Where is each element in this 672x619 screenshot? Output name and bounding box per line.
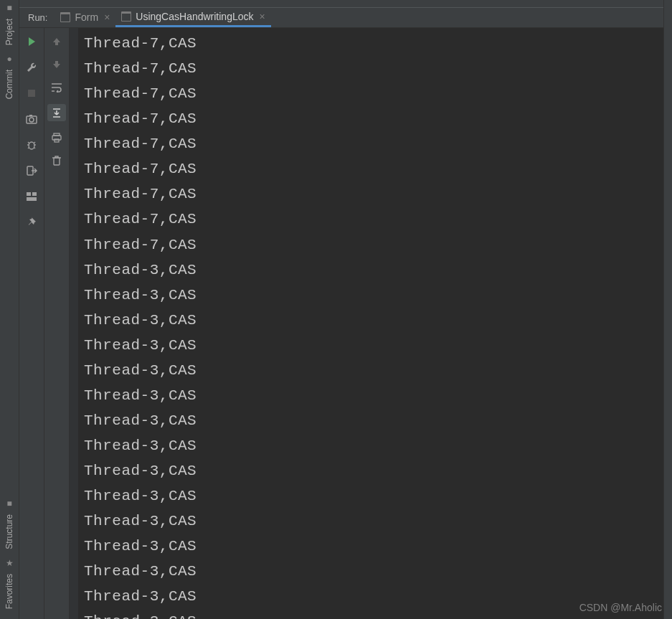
toolwindow-project[interactable]: Project xyxy=(4,19,14,45)
stop-icon[interactable] xyxy=(25,87,38,100)
svg-rect-3 xyxy=(29,115,32,116)
console-line: Thread-7,CAS xyxy=(84,106,666,131)
soft-wrap-icon[interactable] xyxy=(50,81,63,94)
console-line: Thread-3,CAS xyxy=(84,534,666,559)
console-output[interactable]: Thread-7,CASThread-7,CASThread-7,CASThre… xyxy=(78,28,672,619)
console-line: Thread-3,CAS xyxy=(84,358,666,383)
console-line: Thread-7,CAS xyxy=(84,156,666,181)
console-line: Thread-3,CAS xyxy=(84,308,666,333)
svg-rect-12 xyxy=(27,192,31,196)
structure-icon: ■ xyxy=(4,498,14,509)
svg-line-8 xyxy=(34,142,35,143)
project-icon: ■ xyxy=(4,3,14,13)
close-icon[interactable]: × xyxy=(103,11,110,23)
tab-label: UsingCasHandwritingLock xyxy=(136,11,253,22)
run-tool-column-primary xyxy=(19,28,44,619)
tab-label: Form xyxy=(75,11,98,23)
console-line: Thread-3,CAS xyxy=(84,283,666,308)
trash-icon[interactable] xyxy=(50,154,63,167)
run-tab-bar: Run: Form×UsingCasHandwritingLock× xyxy=(19,7,672,28)
close-icon[interactable]: × xyxy=(258,11,265,22)
left-tool-rail: ■Project●Commit ■Structure★Favorites xyxy=(0,0,19,619)
console-line: Thread-3,CAS xyxy=(84,433,666,458)
console-line: Thread-3,CAS xyxy=(84,333,666,358)
toolwindow-favorites[interactable]: Favorites xyxy=(4,574,14,609)
console-line: Thread-7,CAS xyxy=(84,81,666,106)
wrench-icon[interactable] xyxy=(25,61,38,74)
print-icon[interactable] xyxy=(50,131,63,144)
console-line: Thread-7,CAS xyxy=(84,131,666,156)
arrow-down-icon[interactable] xyxy=(50,58,63,71)
debug-bug-icon[interactable] xyxy=(25,138,38,151)
run-tab-usingcashandwritinglock[interactable]: UsingCasHandwritingLock× xyxy=(115,8,270,27)
toolwindow-commit[interactable]: Commit xyxy=(4,70,14,99)
console-line: Thread-3,CAS xyxy=(84,383,666,408)
svg-point-2 xyxy=(29,118,34,122)
svg-rect-17 xyxy=(55,139,59,142)
scroll-to-end-icon[interactable] xyxy=(47,104,66,121)
console-line: Thread-3,CAS xyxy=(84,584,666,609)
right-border xyxy=(663,0,672,619)
commit-icon: ● xyxy=(4,54,14,64)
arrow-up-icon[interactable] xyxy=(50,35,63,48)
top-strip xyxy=(19,0,672,7)
camera-icon[interactable] xyxy=(25,113,38,126)
run-tab-form[interactable]: Form× xyxy=(55,8,115,27)
svg-rect-18 xyxy=(54,158,60,165)
console-line: Thread-3,CAS xyxy=(84,509,666,534)
favorites-icon: ★ xyxy=(4,558,14,568)
console-line: Thread-7,CAS xyxy=(84,181,666,207)
layout-icon[interactable] xyxy=(25,190,38,203)
application-icon xyxy=(121,11,131,22)
console-line: Thread-7,CAS xyxy=(84,232,666,257)
svg-rect-13 xyxy=(32,192,37,196)
svg-rect-0 xyxy=(28,90,35,97)
console-line: Thread-3,CAS xyxy=(84,609,666,619)
run-icon[interactable] xyxy=(25,35,38,48)
toolwindow-structure[interactable]: Structure xyxy=(4,514,14,549)
application-icon xyxy=(60,12,70,22)
run-tool-column-secondary xyxy=(44,28,70,619)
pin-icon[interactable] xyxy=(25,216,38,229)
console-line: Thread-3,CAS xyxy=(84,458,666,483)
console-gutter xyxy=(70,28,78,619)
svg-line-7 xyxy=(28,142,29,143)
run-label: Run: xyxy=(19,8,55,27)
console-line: Thread-3,CAS xyxy=(84,559,666,584)
console-line: Thread-7,CAS xyxy=(84,56,666,81)
console-line: Thread-7,CAS xyxy=(84,31,666,56)
svg-rect-14 xyxy=(27,197,37,201)
console-line: Thread-7,CAS xyxy=(84,207,666,232)
exit-icon[interactable] xyxy=(25,164,38,177)
console-line: Thread-3,CAS xyxy=(84,257,666,283)
console-line: Thread-3,CAS xyxy=(84,483,666,509)
console-line: Thread-3,CAS xyxy=(84,408,666,433)
